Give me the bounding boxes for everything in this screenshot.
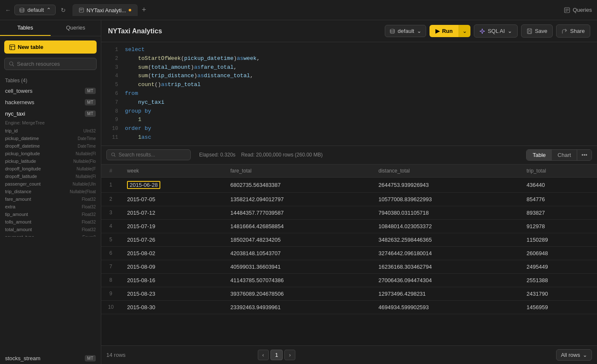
save-button[interactable]: Save — [521, 24, 553, 38]
view-toggle: Table Chart ••• — [526, 149, 592, 161]
results-search-box — [106, 149, 191, 160]
cell-trip-total: 2495449 — [520, 260, 597, 273]
run-dropdown-button[interactable]: ⌄ — [459, 25, 470, 37]
db-dropdown-icon — [389, 28, 395, 34]
table-header-row: # week fare_total distance_total trip_to… — [101, 164, 597, 178]
cell-fare-total: 40599031.36603941 — [224, 260, 372, 273]
search-icon — [9, 61, 14, 67]
refresh-icon[interactable]: ↻ — [61, 7, 66, 13]
col-header-trip-total[interactable]: trip_total — [520, 164, 597, 178]
content-header: NYTaxi Analytics default ⌄ ▶ Run ⌄ SQL A — [101, 20, 597, 42]
schema-dropoff-latitude: dropoff_latitudeNullable(Fl — [0, 173, 101, 180]
sidebar-item-hackernews[interactable]: hackernews MT — [0, 97, 101, 108]
table-row: 72015-08-0940599031.3660394116236168.303… — [101, 260, 597, 273]
cell-distance-total: 7940380.031105718 — [372, 206, 520, 219]
code-line-3: 3 sum(total_amount) as fare_total, — [101, 63, 597, 72]
db-selector[interactable]: default ⌃ — [14, 5, 56, 15]
top-bar: ← default ⌃ ↻ NYTaxi Analyti... + Querie… — [0, 0, 597, 20]
cell-row-num: 6 — [101, 246, 120, 260]
cell-week: 2015-06-28 — [120, 177, 224, 192]
search-input[interactable] — [17, 61, 92, 67]
cell-distance-total: 32746442.096180014 — [372, 246, 520, 260]
cell-distance-total: 16236168.303462794 — [372, 260, 520, 273]
next-page-button[interactable]: › — [284, 350, 295, 360]
cell-fare-total: 42038148.10543707 — [224, 246, 372, 260]
cell-fare-total: 18502047.48234205 — [224, 233, 372, 246]
cell-fare-total: 23392463.94939961 — [224, 300, 372, 314]
svg-point-8 — [112, 153, 115, 156]
col-header-fare-total[interactable]: fare_total — [224, 164, 372, 178]
back-icon[interactable]: ← — [5, 7, 11, 13]
new-table-button[interactable]: New table — [4, 40, 97, 54]
cell-fare-total: 39376089.204678506 — [224, 287, 372, 300]
tab-nytaxi[interactable]: NYTaxi Analyti... — [73, 4, 138, 16]
queries-button[interactable]: Queries — [564, 7, 592, 13]
sidebar: Tables Queries New table Tables (4) cell… — [0, 20, 101, 364]
cell-trip-total: 1150289 — [520, 233, 597, 246]
current-page: 1 — [270, 350, 283, 360]
nyc-taxi-engine: Engine: MergeTree — [0, 119, 101, 127]
elapsed-label: Elapsed: 0.320s Read: 20,000,000 rows (2… — [199, 152, 323, 158]
code-editor[interactable]: 1 select 2 toStartOfWeek(pickup_datetime… — [101, 42, 597, 146]
cell-distance-total: 4694934.599902593 — [372, 300, 520, 314]
svg-rect-3 — [10, 45, 15, 50]
cell-row-num: 10 — [101, 300, 120, 314]
cell-week: 2015-07-19 — [120, 219, 224, 233]
col-header-distance-total[interactable]: distance_total — [372, 164, 520, 178]
sidebar-item-stocks-stream[interactable]: stocks_stream MT — [0, 353, 101, 364]
database-dropdown[interactable]: default ⌄ — [385, 25, 426, 37]
cell-week: 2015-08-23 — [120, 287, 224, 300]
top-bar-right: Queries — [564, 7, 592, 13]
share-button[interactable]: Share — [556, 24, 590, 38]
schema-pickup-longitude: pickup_longitudeNullable(Fl — [0, 150, 101, 157]
run-button[interactable]: ▶ Run — [430, 25, 459, 37]
schema-trip-id: trip_idUInt32 — [0, 127, 101, 135]
sidebar-item-cell-towers[interactable]: cell_towers MT — [0, 85, 101, 97]
prev-page-button[interactable]: ‹ — [258, 350, 269, 360]
schema-total-amount: total_amountFloat32 — [0, 226, 101, 233]
sidebar-tab-tables[interactable]: Tables — [0, 20, 51, 36]
svg-point-0 — [20, 8, 24, 10]
table-row: 22015-07-0513582142.09401279710577008.83… — [101, 192, 597, 206]
schema-pickup-latitude: pickup_latitudeNullable(Flo — [0, 157, 101, 165]
cell-fare-total: 6802735.563483387 — [224, 177, 372, 192]
cell-row-num: 9 — [101, 287, 120, 300]
table-row: 82015-08-1641143785.50707438627006436.09… — [101, 273, 597, 287]
cell-trip-total: 854776 — [520, 192, 597, 206]
col-header-week[interactable]: week — [120, 164, 224, 178]
cell-week: 2015-08-02 — [120, 246, 224, 260]
sql-ai-button[interactable]: SQL AI ⌄ — [474, 24, 518, 38]
cell-fare-total: 14484357.777039587 — [224, 206, 372, 219]
svg-rect-7 — [528, 31, 531, 33]
save-icon — [527, 28, 532, 34]
cell-distance-total: 2644753.939926943 — [372, 177, 520, 192]
page-title: NYTaxi Analytics — [108, 27, 162, 35]
tab-bar: NYTaxi Analyti... + — [73, 4, 561, 16]
code-line-8: 8 group by — [101, 107, 597, 116]
table-view-button[interactable]: Table — [527, 150, 551, 160]
cell-trip-total: 436440 — [520, 177, 597, 192]
code-line-1: 1 select — [101, 46, 597, 54]
table-row: 12015-06-286802735.5634833872644753.9399… — [101, 177, 597, 192]
cell-distance-total: 12973496.4298231 — [372, 287, 520, 300]
pagination-bar: 14 rows ‹ 1 › All rows ⌄ — [101, 345, 597, 364]
add-tab-icon[interactable]: + — [138, 5, 150, 14]
cell-row-num: 5 — [101, 233, 120, 246]
cell-distance-total: 3482632.2598446365 — [372, 233, 520, 246]
top-bar-left: ← default ⌃ ↻ — [5, 5, 66, 15]
sidebar-item-nyc-taxi[interactable]: nyc_taxi MT — [0, 108, 101, 119]
chart-view-button[interactable]: Chart — [552, 150, 577, 160]
tab-label: NYTaxi Analyti... — [86, 7, 126, 13]
table-row: 92015-08-2339376089.20467850612973496.42… — [101, 287, 597, 300]
more-options-button[interactable]: ••• — [577, 150, 592, 160]
cell-trip-total: 912978 — [520, 219, 597, 233]
sidebar-tab-queries[interactable]: Queries — [51, 20, 101, 36]
rows-per-page-selector[interactable]: All rows ⌄ — [556, 349, 592, 361]
results-table-wrap: # week fare_total distance_total trip_to… — [101, 164, 597, 345]
results-search-input[interactable] — [119, 152, 186, 158]
tab-dot — [129, 9, 131, 11]
table-row: 52015-07-2618502047.482342053482632.2598… — [101, 233, 597, 246]
queries-icon — [564, 7, 570, 13]
cell-week: 2015-08-30 — [120, 300, 224, 314]
cell-trip-total: 1456959 — [520, 300, 597, 314]
